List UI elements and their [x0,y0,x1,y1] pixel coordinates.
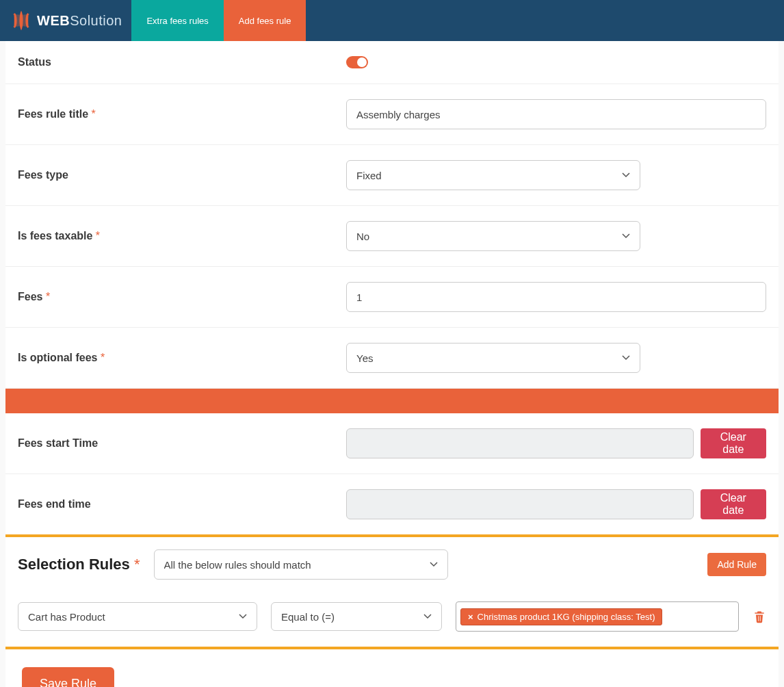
match-mode-select[interactable]: All the below rules should match [154,549,448,580]
status-toggle[interactable] [346,56,368,68]
save-rule-button[interactable]: Save Rule [22,667,114,687]
row-status: Status [5,41,779,84]
tab-extra-fees-rules[interactable]: Extra fees rules [131,0,223,41]
fees-taxable-select[interactable]: No [346,221,640,251]
remove-tag-icon[interactable]: × [468,612,473,622]
label-type: Fees type [18,169,332,181]
tab-add-fees-rule[interactable]: Add fees rule [224,0,306,41]
end-time-input[interactable] [346,489,694,519]
row-title: Fees rule title * [5,84,779,145]
rule-operator-select[interactable]: Equal to (=) [271,602,442,631]
rule-row: Cart has Product Equal to (=) × Christma… [5,592,779,647]
selection-rules-title: Selection Rules * [18,556,140,573]
rule-field-select[interactable]: Cart has Product [18,602,257,631]
trash-icon[interactable] [753,609,766,624]
fees-optional-select[interactable]: Yes [346,343,640,373]
logo-icon [10,9,33,32]
label-end: Fees end time [18,498,332,510]
row-optional: Is optional fees * Yes [5,328,779,389]
row-start-time: Fees start Time Clear date [5,413,779,474]
rule-value-tagbox[interactable]: × Christmas product 1KG (shipping class:… [456,601,739,632]
row-end-time: Fees end time Clear date [5,474,779,534]
row-fees: Fees * [5,267,779,328]
clear-end-date-button[interactable]: Clear date [701,489,766,519]
fees-title-input[interactable] [346,99,766,129]
start-time-input[interactable] [346,428,694,458]
rule-value-tag: × Christmas product 1KG (shipping class:… [460,608,662,625]
clear-start-date-button[interactable]: Clear date [701,428,766,458]
row-taxable: Is fees taxable * No [5,206,779,267]
fees-amount-input[interactable] [346,282,766,312]
section-divider [5,389,779,413]
top-navbar: WEBSolution Extra fees rules Add fees ru… [0,0,784,41]
add-rule-button[interactable]: Add Rule [707,553,766,576]
selection-rules-header: Selection Rules * All the below rules sh… [5,537,779,592]
label-optional: Is optional fees * [18,352,332,364]
label-taxable: Is fees taxable * [18,230,332,242]
label-title: Fees rule title * [18,108,332,120]
label-start: Fees start Time [18,437,332,450]
row-type: Fees type Fixed [5,145,779,206]
brand-logo: WEBSolution [0,0,131,41]
brand-name: WEBSolution [37,13,122,29]
label-status: Status [18,56,332,68]
fees-type-select[interactable]: Fixed [346,160,640,190]
label-fees: Fees * [18,291,332,303]
rule-value-tag-label: Christmas product 1KG (shipping class: T… [478,612,655,622]
